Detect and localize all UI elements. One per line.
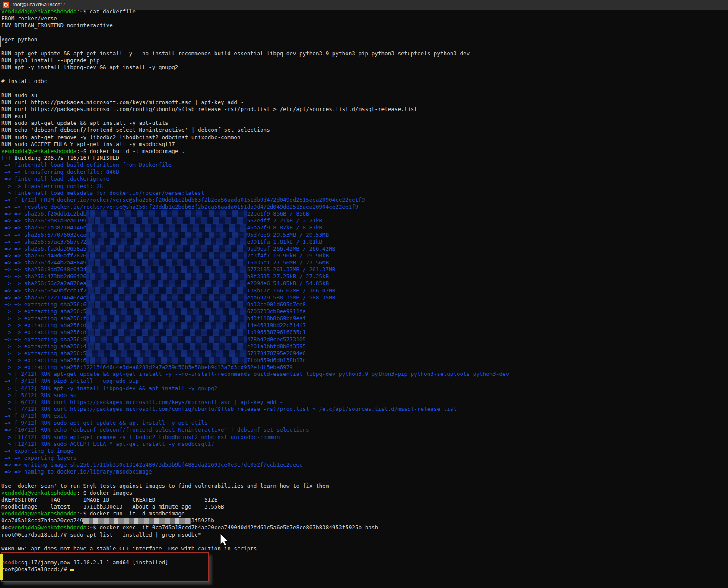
terminal-screen[interactable]: vendodda@venkateshdodda:~$ cat dockerfil… bbox=[1, 8, 728, 588]
terminal-text: => => sha256:8dd7648c6f34 bbox=[1, 266, 86, 273]
redacted-hash bbox=[86, 315, 247, 322]
terminal-text: : bbox=[76, 148, 80, 154]
terminal-line bbox=[1, 43, 728, 50]
terminal-text: $ cat dockerfile bbox=[83, 8, 136, 15]
redacted-hash bbox=[86, 252, 247, 259]
terminal-line: => [ 9/12] RUN sudo apt-get update && ap… bbox=[1, 420, 728, 426]
terminal-window: root@0ca7d5a18ccd: / vendodda@venkateshd… bbox=[0, 0, 728, 588]
terminal-text: => => extracting sha256:8 bbox=[1, 336, 86, 343]
terminal-text: vendodda@venkateshdodda bbox=[1, 510, 76, 517]
redacted-hash bbox=[86, 210, 247, 217]
terminal-line: => => writing image sha256:1711bb330e131… bbox=[1, 461, 728, 468]
terminal-line: ENV DEBIAN_FRONTEND=noninteractive bbox=[1, 22, 728, 29]
terminal-text: vendodda@venkateshdodda bbox=[11, 524, 86, 531]
terminal-text: => [ 3/12] RUN pip3 install --upgrade pi… bbox=[1, 378, 139, 384]
terminal-line: Use 'docker scan' to run Snyk tests agai… bbox=[1, 483, 728, 489]
terminal-text: 138b17c 166.02MB / 166.02MB bbox=[247, 287, 336, 294]
terminal-text: => => sha256:473bb2d66f26 bbox=[1, 273, 86, 280]
window-edge-artifact bbox=[0, 36, 1, 47]
terminal-line: => => sha256:57ac375b7e72e9911fa 1.81kB … bbox=[1, 238, 728, 245]
terminal-text: : bbox=[86, 524, 90, 531]
terminal-line: => [ 2/12] RUN apt-get update && apt-get… bbox=[1, 371, 728, 378]
terminal-text: => => extracting sha256:6 bbox=[1, 301, 86, 308]
terminal-text: => => sha256:6b49bfccb1f2 bbox=[1, 287, 86, 294]
terminal-line: # Install odbc bbox=[1, 78, 728, 85]
terminal-line: => [10/12] RUN echo 'debconf debconf/fro… bbox=[1, 426, 728, 433]
terminal-text: => [internal] load .dockerignore bbox=[1, 175, 109, 182]
terminal-line: => => extracting sha256:8478bd2d0cec5773… bbox=[1, 336, 728, 343]
terminal-line: WARNING: apt does not have a stable CLI … bbox=[1, 545, 728, 552]
terminal-text: => => sha256:56c2a2a870ea bbox=[1, 280, 86, 286]
terminal-text: ~ bbox=[80, 8, 83, 15]
terminal-text: $ docker build -t msodbcimage . bbox=[83, 148, 185, 154]
redacted-hash bbox=[86, 266, 247, 273]
terminal-text: Use 'docker scan' to run Snyk tests agai… bbox=[1, 483, 329, 489]
terminal-line: => => naming to docker.io/library/msodbc… bbox=[1, 468, 728, 475]
terminal-text: => [ 9/12] RUN sudo apt-get update && ap… bbox=[1, 420, 208, 426]
redacted-hash bbox=[86, 224, 247, 231]
terminal-text: => [10/12] RUN echo 'debconf debconf/fro… bbox=[1, 426, 309, 433]
terminal-line: 0ca7d5a18ccd7b4aa20cea7493f5925b bbox=[1, 517, 728, 524]
redacted-hash bbox=[86, 273, 247, 280]
terminal-line bbox=[1, 475, 728, 482]
annotation-strip bbox=[0, 554, 3, 580]
redacted-hash bbox=[86, 308, 247, 315]
terminal-text: => => sha256:122134646c4e bbox=[1, 294, 86, 301]
redacted-hash bbox=[86, 217, 247, 224]
terminal-text: 9a33ce901d695d7ee8 bbox=[247, 301, 306, 308]
terminal-text: msodbcimage latest 1711bb330e13 About a … bbox=[1, 503, 224, 510]
terminal-line: RUN echo 'debconf debconf/frontend selec… bbox=[1, 127, 728, 133]
terminal-line bbox=[1, 85, 728, 92]
terminal-text: b8f3595 27.25kB / 27.25kB bbox=[247, 273, 329, 280]
terminal-line: => => transferring context: 2B bbox=[1, 183, 728, 190]
redacted-hash bbox=[86, 301, 247, 308]
terminal-line: docvendodda@venkateshdodda:~$ docker exe… bbox=[1, 524, 728, 531]
terminal-line: => => sha256:677076032cca95d7ee8 29.53MB… bbox=[1, 232, 728, 238]
terminal-line: => [11/12] RUN sudo apt-get remove -y li… bbox=[1, 434, 728, 441]
terminal-text: RUN pip3 install --upgrade pip bbox=[1, 57, 99, 64]
terminal-text: => => extracting sha256:5 bbox=[1, 308, 86, 315]
terminal-line: => => sha256:56c2a2a870eae2094e6 54.85kB… bbox=[1, 280, 728, 287]
terminal-line: => => sha256:473bb2d66f26b8f3595 27.25kB… bbox=[1, 273, 728, 280]
terminal-text: => => transferring context: 2B bbox=[1, 183, 103, 189]
redacted-hash bbox=[86, 287, 247, 294]
terminal-line: => => extracting sha256:fb43f118b8b69bd9… bbox=[1, 315, 728, 322]
terminal-line: RUN sudo apt-get update && apt install -… bbox=[1, 120, 728, 127]
terminal-text: 1b19653879616035c1 bbox=[247, 329, 306, 335]
terminal-text: RUN curl https://packages.microsoft.com/… bbox=[1, 106, 417, 112]
terminal-text: => exporting to image bbox=[1, 448, 73, 454]
terminal-text: $ docker images bbox=[83, 489, 133, 496]
terminal-text: => => sha256:fa3da39658a5 bbox=[1, 245, 86, 252]
terminal-text: RUN curl https://packages.microsoft.com/… bbox=[1, 99, 244, 105]
terminal-text: 2c3f4f7 19.90kB / 19.90kB bbox=[247, 252, 329, 259]
terminal-text: => [12/12] RUN sudo ACCEPT_EULA=Y apt-ge… bbox=[1, 441, 214, 447]
terminal-text: [+] Building 206.7s (16/16) FINISHED bbox=[1, 155, 119, 161]
terminal-text: => => sha256:f20ddb1c2bdb bbox=[1, 210, 86, 217]
terminal-line: #get python bbox=[1, 36, 728, 43]
redacted-hash bbox=[86, 329, 247, 336]
terminal-line: vendodda@venkateshdodda:~$ docker images bbox=[1, 489, 728, 496]
terminal-line: => => extracting sha256:56705733cb8ee991… bbox=[1, 308, 728, 315]
terminal-line: => [ 3/12] RUN pip3 install --upgrade pi… bbox=[1, 378, 728, 385]
terminal-line: => => sha256:122134646c4eeba6979 588.35M… bbox=[1, 294, 728, 301]
terminal-text: ~ bbox=[80, 148, 83, 154]
terminal-text: c201a3bbfd8b8f3595 bbox=[247, 343, 306, 350]
terminal-text: => [11/12] RUN sudo apt-get remove -y li… bbox=[1, 434, 280, 440]
terminal-line: => => sha256:fa3da39658a59bd9eaf 266.42M… bbox=[1, 245, 728, 252]
terminal-line: => => resolve docker.io/rocker/verse@sha… bbox=[1, 203, 728, 210]
terminal-line: => exporting to image bbox=[1, 448, 728, 455]
terminal-text: RUN apt -y install libpng-dev && apt ins… bbox=[1, 64, 178, 70]
terminal-text: $ docker exec -it 0ca7d5a18ccd7b4aa20cea… bbox=[93, 524, 378, 531]
terminal-line: root@0ca7d5a18ccd:/# sudo apt list --ins… bbox=[1, 531, 728, 538]
terminal-line: vendodda@venkateshdodda:~$ docker build … bbox=[1, 148, 728, 155]
terminal-text: => [ 7/12] RUN curl https://packages.mic… bbox=[1, 406, 457, 412]
terminal-line: => [12/12] RUN sudo ACCEPT_EULA=Y apt-ge… bbox=[1, 441, 728, 448]
terminal-text: => => exporting layers bbox=[1, 455, 76, 461]
terminal-line: => [ 7/12] RUN curl https://packages.mic… bbox=[1, 406, 728, 413]
terminal-line: RUN sudo ACCEPT_EULA=Y apt-get install -… bbox=[1, 141, 728, 148]
terminal-text: ~ bbox=[80, 489, 83, 496]
redacted-hash bbox=[86, 232, 247, 238]
terminal-text: 562edff 2.21kB / 2.21kB bbox=[247, 217, 322, 224]
terminal-text: vendodda@venkateshdodda bbox=[1, 148, 76, 154]
terminal-text: 478bd2d0cec5773105 bbox=[247, 336, 306, 343]
